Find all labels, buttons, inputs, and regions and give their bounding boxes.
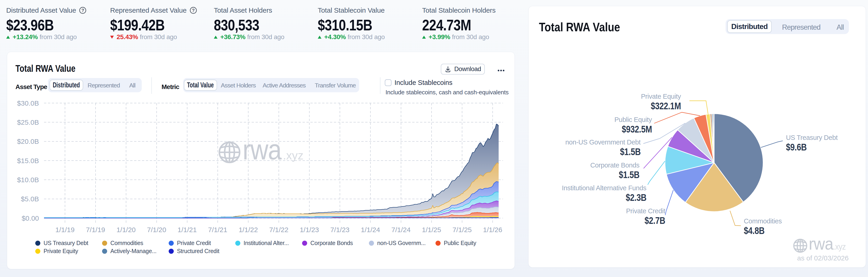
svg-text:1/1/25: 1/1/25 bbox=[422, 226, 441, 234]
svg-text:7/1/20: 7/1/20 bbox=[147, 226, 166, 234]
svg-text:7/1/21: 7/1/21 bbox=[208, 226, 227, 234]
svg-text:1/1/19: 1/1/19 bbox=[55, 226, 74, 234]
svg-text:$5.0B: $5.0B bbox=[21, 195, 39, 203]
svg-text:7/1/22: 7/1/22 bbox=[269, 226, 288, 234]
svg-text:$15.0B: $15.0B bbox=[17, 157, 39, 165]
svg-text:7/1/25: 7/1/25 bbox=[453, 226, 472, 234]
svg-text:1/1/23: 1/1/23 bbox=[300, 226, 319, 234]
svg-text:$30.0B: $30.0B bbox=[17, 99, 39, 107]
svg-text:7/1/24: 7/1/24 bbox=[392, 226, 411, 234]
svg-text:1/1/22: 1/1/22 bbox=[239, 226, 258, 234]
svg-text:$10.0B: $10.0B bbox=[17, 176, 39, 183]
svg-text:$25.0B: $25.0B bbox=[17, 118, 39, 126]
svg-text:rwa: rwa bbox=[243, 134, 282, 165]
svg-text:.xyz: .xyz bbox=[283, 149, 304, 162]
svg-text:7/1/23: 7/1/23 bbox=[330, 226, 349, 234]
svg-text:1/1/26: 1/1/26 bbox=[483, 226, 502, 234]
svg-text:7/1/19: 7/1/19 bbox=[86, 226, 105, 234]
svg-text:1/1/20: 1/1/20 bbox=[116, 226, 135, 234]
svg-text:1/1/24: 1/1/24 bbox=[361, 226, 380, 234]
svg-text:1/1/21: 1/1/21 bbox=[178, 226, 197, 234]
svg-text:$0.00: $0.00 bbox=[22, 214, 39, 222]
svg-text:$20.0B: $20.0B bbox=[17, 138, 39, 145]
